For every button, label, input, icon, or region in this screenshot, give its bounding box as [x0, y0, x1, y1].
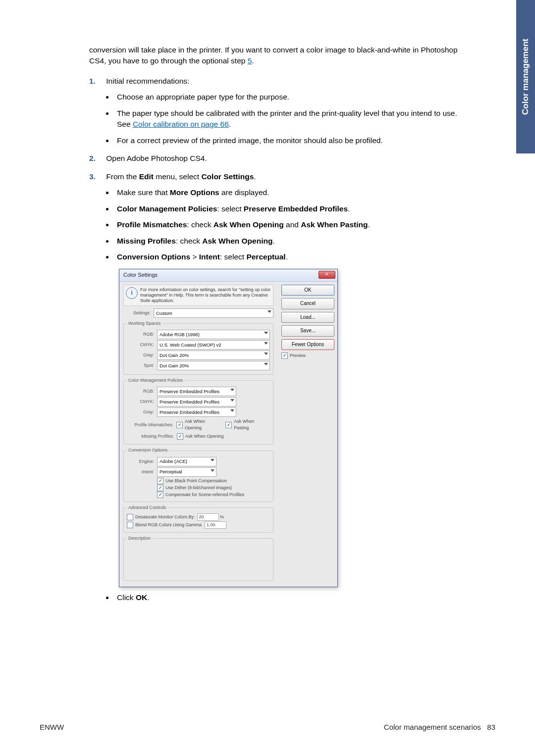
pol-rgb-select[interactable]: Preserve Embedded Profiles: [157, 387, 236, 396]
chevron-down-icon: [211, 459, 214, 461]
v: Compensate for Scene-referred Profiles: [165, 492, 244, 498]
v: Preview: [290, 353, 306, 359]
t: and: [284, 220, 301, 229]
l: Gray:: [127, 352, 157, 358]
l: Engine:: [127, 458, 157, 465]
v: Adobe RGB (1998): [160, 331, 200, 338]
step-2-text: Open Adobe Photoshop CS4.: [106, 153, 463, 164]
advanced-legend: Advanced Controls: [127, 504, 167, 511]
l: CMYK:: [127, 399, 157, 405]
t: .: [147, 593, 149, 602]
ws-spot-select[interactable]: Dot Gain 20%: [157, 361, 270, 370]
footer-section: Color management scenarios: [384, 723, 481, 731]
ws-gray-select[interactable]: Dot Gain 20%: [157, 351, 270, 360]
intent-select[interactable]: Perceptual: [157, 467, 216, 477]
scene-check[interactable]: Compensate for Scene-referred Profiles: [157, 492, 270, 498]
click-ok-bullet: Click OK.: [114, 592, 466, 603]
desat-value[interactable]: 20: [197, 513, 219, 521]
info-icon: i: [126, 287, 138, 299]
v: Desaturate Monitor Colors By:: [135, 514, 195, 520]
l: Spot:: [127, 362, 157, 369]
checkbox-icon: [225, 422, 232, 428]
l: CMYK:: [127, 342, 157, 348]
t: Intent: [199, 252, 220, 261]
chevron-down-icon: [230, 389, 234, 391]
t: .: [272, 237, 274, 245]
t: Make sure that: [117, 188, 170, 197]
bpc-check[interactable]: Use Black Point Compensation: [157, 478, 270, 484]
t: : check: [176, 237, 202, 245]
pol-cmyk-select[interactable]: Preserve Embedded Profiles: [157, 397, 236, 406]
page-content: conversion will take place in the printe…: [89, 45, 466, 610]
policies-group: Color Management Policies RGB:Preserve E…: [123, 377, 273, 445]
s1-bullet-b: The paper type should be calibrated with…: [114, 108, 466, 130]
l: Missing Profiles:: [127, 433, 177, 440]
fewer-options-button[interactable]: Fewer Options: [281, 339, 334, 351]
l: RGB:: [127, 331, 157, 338]
checkbox-icon: [281, 353, 288, 359]
checkbox-icon: [176, 422, 183, 428]
step-3-text: From the Edit menu, select Color Setting…: [106, 171, 463, 182]
dialog-title-bar: Color Settings ✕: [119, 269, 337, 282]
preview-check[interactable]: Preview: [281, 353, 333, 359]
close-icon[interactable]: ✕: [319, 271, 335, 279]
intro-text-2: .: [252, 56, 254, 65]
s3-bullet-d: Missing Profiles: check Ask When Opening…: [114, 236, 466, 247]
t: : select: [217, 204, 243, 213]
chevron-down-icon: [264, 332, 268, 334]
t: .: [348, 204, 350, 213]
desaturate-check[interactable]: Desaturate Monitor Colors By:20 %: [127, 513, 270, 521]
description-legend: Description: [127, 535, 152, 542]
engine-select[interactable]: Adobe (ACE): [157, 457, 216, 466]
v: Ask When Pasting: [234, 418, 270, 431]
l: RGB:: [127, 388, 157, 395]
t: : check: [187, 220, 213, 229]
t: Ask When Opening: [214, 220, 284, 229]
t: Perceptual: [246, 252, 285, 261]
save-button[interactable]: Save...: [281, 325, 334, 337]
blend-check[interactable]: Blend RGB Colors Using Gamma:1.00: [127, 521, 270, 529]
chevron-down-icon: [211, 469, 214, 472]
mismatch-paste-check[interactable]: Ask When Pasting: [225, 418, 270, 431]
step-3: 3. From the Edit menu, select Color Sett…: [89, 171, 466, 603]
step-2: 2. Open Adobe Photoshop CS4.: [89, 153, 466, 164]
t: : select: [220, 252, 246, 261]
page-footer: ENWW Color management scenarios 83: [40, 723, 495, 731]
mismatch-open-check[interactable]: Ask When Opening: [176, 418, 223, 431]
blend-value[interactable]: 1.00: [205, 521, 226, 529]
checkbox-icon: [157, 485, 163, 491]
ok-button[interactable]: OK: [281, 285, 334, 296]
cancel-button[interactable]: Cancel: [281, 298, 334, 309]
s3-bullet-b: Color Management Policies: select Preser…: [114, 203, 466, 214]
chevron-down-icon: [264, 353, 268, 355]
dither-check[interactable]: Use Dither (8-bit/channel images): [157, 485, 270, 491]
s3-bullet-e: Conversion Options > Intent: select Perc…: [114, 252, 466, 262]
chevron-down-icon: [264, 363, 268, 365]
step-2-num: 2.: [89, 153, 104, 164]
missing-open-check[interactable]: Ask When Opening: [177, 433, 224, 440]
step-1-text: Initial recommendations:: [106, 76, 463, 87]
t: More Options: [170, 188, 219, 197]
settings-select[interactable]: Custom: [154, 308, 273, 318]
t: are displayed.: [219, 188, 269, 197]
load-button[interactable]: Load...: [281, 312, 334, 323]
t: Profile Mismatches: [117, 220, 187, 229]
s1-bullet-c: For a correct preview of the printed ima…: [114, 135, 466, 146]
step-3-num: 3.: [89, 171, 104, 182]
v: Ask When Opening: [185, 418, 223, 431]
s1-bullet-a: Choose an appropriate paper type for the…: [114, 92, 466, 102]
intro-text-1: conversion will take place in the printe…: [89, 46, 458, 65]
chevron-down-icon: [230, 409, 234, 412]
t: Ask When Pasting: [301, 220, 368, 229]
ws-rgb-select[interactable]: Adobe RGB (1998): [157, 330, 270, 339]
s3-bullet-a: Make sure that More Options are displaye…: [114, 187, 466, 198]
s3-edit: Edit: [139, 172, 154, 181]
v: Blend RGB Colors Using Gamma:: [135, 522, 203, 528]
color-calibration-link[interactable]: Color calibration on page 66: [133, 120, 229, 128]
ws-cmyk-select[interactable]: U.S. Web Coated (SWOP) v2: [157, 340, 270, 350]
pol-gray-select[interactable]: Preserve Embedded Profiles: [157, 407, 236, 417]
v: Adobe (ACE): [160, 458, 187, 465]
v: Custom: [156, 310, 172, 317]
conversion-group: Conversion Options Engine:Adobe (ACE) In…: [123, 447, 273, 502]
v: Preserve Embedded Profiles: [160, 399, 219, 405]
